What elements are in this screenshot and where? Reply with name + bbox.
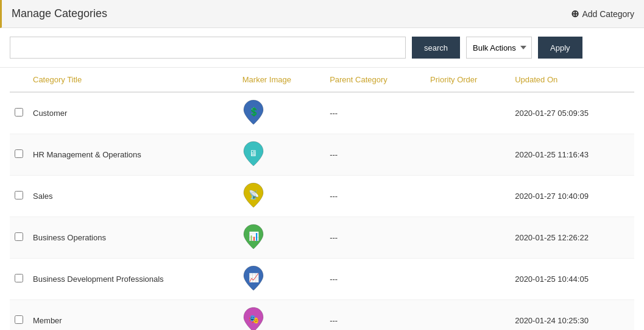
- row-marker: 📡: [238, 176, 325, 217]
- row-checkbox[interactable]: [15, 232, 23, 241]
- table-container: Category Title Marker Image Parent Categ…: [0, 68, 644, 330]
- row-parent: ---: [325, 217, 425, 259]
- row-checkbox-cell: [10, 176, 28, 217]
- row-parent: ---: [325, 134, 425, 176]
- table-row: Customer💲---2020-01-27 05:09:35: [10, 92, 634, 134]
- page-header: Manage Categories ⊕ Add Category: [0, 0, 644, 28]
- add-category-label: Add Category: [582, 9, 634, 19]
- marker-svg: 🎭: [242, 306, 264, 330]
- row-checkbox-cell: [10, 134, 28, 176]
- row-title: HR Management & Operations: [28, 134, 238, 176]
- row-title: Sales: [28, 176, 238, 217]
- svg-text:🎭: 🎭: [248, 314, 259, 325]
- table-header-row: Category Title Marker Image Parent Categ…: [10, 68, 634, 92]
- svg-text:🖥: 🖥: [249, 148, 258, 158]
- row-parent: ---: [325, 92, 425, 134]
- header-priority-order: Priority Order: [425, 68, 510, 92]
- row-priority: [425, 300, 510, 331]
- row-updated: 2020-01-25 10:44:05: [510, 259, 634, 300]
- add-icon: ⊕: [571, 8, 579, 20]
- row-updated: 2020-01-25 11:16:43: [510, 134, 634, 176]
- marker-svg: 📊: [242, 223, 264, 250]
- svg-text:💲: 💲: [248, 107, 259, 117]
- row-marker: 🖥: [238, 134, 325, 176]
- row-updated: 2020-01-24 10:25:30: [510, 300, 634, 331]
- marker-svg: 📈: [242, 265, 264, 292]
- row-checkbox[interactable]: [15, 315, 23, 324]
- row-parent: ---: [325, 300, 425, 331]
- row-checkbox[interactable]: [15, 274, 23, 282]
- row-parent: ---: [325, 176, 425, 217]
- apply-button[interactable]: Apply: [538, 37, 582, 59]
- row-checkbox[interactable]: [15, 108, 23, 117]
- table-row: Sales📡---2020-01-27 10:40:09: [10, 176, 634, 217]
- table-row: Business Operations📊---2020-01-25 12:26:…: [10, 217, 634, 259]
- row-checkbox[interactable]: [15, 191, 23, 199]
- row-priority: [425, 92, 510, 134]
- row-updated: 2020-01-27 10:40:09: [510, 176, 634, 217]
- row-priority: [425, 176, 510, 217]
- row-title: Member: [28, 300, 238, 331]
- row-title: Business Development Professionals: [28, 259, 238, 300]
- header-checkbox-col: [10, 68, 28, 92]
- row-priority: [425, 259, 510, 300]
- toolbar: search Bulk Actions Delete Apply: [0, 28, 644, 68]
- table-row: Business Development Professionals📈---20…: [10, 259, 634, 300]
- header-category-title: Category Title: [28, 68, 238, 92]
- table-row: HR Management & Operations🖥---2020-01-25…: [10, 134, 634, 176]
- row-marker: 🎭: [238, 300, 325, 331]
- row-checkbox[interactable]: [15, 149, 23, 158]
- svg-text:📈: 📈: [248, 273, 259, 283]
- header-updated-on: Updated On: [510, 68, 634, 92]
- row-checkbox-cell: [10, 92, 28, 134]
- row-priority: [425, 134, 510, 176]
- header-parent-category: Parent Category: [325, 68, 425, 92]
- row-marker: 💲: [238, 92, 325, 134]
- row-marker: 📊: [238, 217, 325, 259]
- svg-text:📊: 📊: [248, 231, 259, 242]
- svg-text:📡: 📡: [248, 190, 259, 200]
- marker-svg: 🖥: [242, 140, 264, 167]
- page-container: Manage Categories ⊕ Add Category search …: [0, 0, 644, 330]
- row-priority: [425, 217, 510, 259]
- row-title: Customer: [28, 92, 238, 134]
- row-updated: 2020-01-27 05:09:35: [510, 92, 634, 134]
- row-updated: 2020-01-25 12:26:22: [510, 217, 634, 259]
- marker-svg: 📡: [242, 182, 264, 209]
- row-checkbox-cell: [10, 300, 28, 331]
- row-parent: ---: [325, 259, 425, 300]
- search-input[interactable]: [10, 37, 406, 59]
- row-checkbox-cell: [10, 217, 28, 259]
- table-row: Member🎭---2020-01-24 10:25:30: [10, 300, 634, 331]
- marker-svg: 💲: [242, 99, 264, 126]
- categories-table: Category Title Marker Image Parent Categ…: [10, 68, 634, 330]
- row-title: Business Operations: [28, 217, 238, 259]
- row-checkbox-cell: [10, 259, 28, 300]
- add-category-button[interactable]: ⊕ Add Category: [571, 8, 634, 20]
- page-title: Manage Categories: [12, 7, 107, 20]
- row-marker: 📈: [238, 259, 325, 300]
- search-button[interactable]: search: [412, 37, 460, 59]
- bulk-actions-select[interactable]: Bulk Actions Delete: [466, 37, 532, 59]
- header-marker-image: Marker Image: [238, 68, 325, 92]
